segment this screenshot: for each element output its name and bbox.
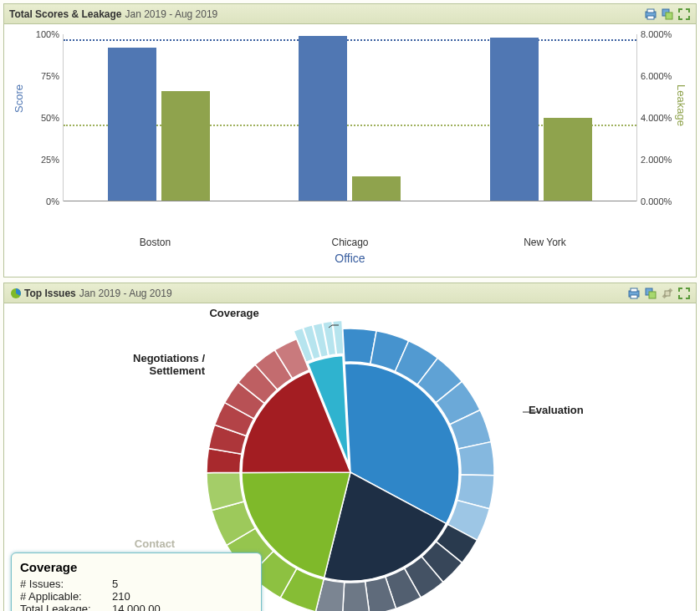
leakage-bar[interactable] — [544, 118, 592, 201]
copy-icon[interactable] — [661, 8, 674, 21]
sunburst-slice[interactable] — [342, 581, 369, 611]
y-right-tick: 8.000% — [641, 29, 672, 39]
bar-group — [254, 34, 445, 201]
y-right-tick: 6.000% — [641, 71, 672, 81]
score-bar[interactable] — [490, 38, 539, 201]
svg-rect-2 — [647, 16, 654, 19]
scores-leakage-panel: Total Scores & Leakage Jan 2019 - Aug 20… — [3, 3, 697, 277]
print-icon[interactable] — [627, 287, 641, 300]
y-left-tick: 100% — [36, 29, 59, 39]
svg-rect-8 — [631, 295, 637, 298]
svg-rect-4 — [666, 13, 672, 19]
y-right-tick: 2.000% — [641, 155, 672, 165]
tooltip-val: 210 — [112, 590, 253, 603]
panel-title: Top Issues — [24, 288, 76, 299]
sunburst-chart: Coverage Negotiations / Settlement Evalu… — [4, 303, 696, 611]
y-left-tick: 0% — [46, 196, 59, 206]
bar-group — [446, 34, 636, 201]
expand-icon[interactable] — [677, 287, 691, 300]
panel-subtitle: Jan 2019 - Aug 2019 — [79, 288, 172, 299]
y-left-tick: 50% — [41, 113, 59, 123]
tooltip-val: 5 — [112, 578, 253, 590]
svg-rect-1 — [647, 9, 654, 13]
top-issues-panel: Top Issues Jan 2019 - Aug 2019 Coverage … — [3, 283, 697, 611]
x-category-label: Chicago — [253, 232, 447, 248]
panel-header: Total Scores & Leakage Jan 2019 - Aug 20… — [4, 4, 696, 24]
svg-rect-7 — [631, 288, 637, 292]
panel-subtitle: Jan 2019 - Aug 2019 — [125, 8, 218, 20]
leakage-bar[interactable] — [161, 91, 210, 202]
slice-label-coverage: Coverage — [197, 307, 272, 319]
y-left-tick: 25% — [41, 155, 59, 165]
expand-icon[interactable] — [677, 8, 691, 21]
settings-icon[interactable] — [661, 287, 674, 300]
bar-group — [64, 34, 254, 201]
x-category-label: New York — [447, 232, 642, 248]
tooltip-key: Total Leakage: — [20, 603, 112, 611]
panel-title: Total Scores & Leakage — [9, 8, 122, 20]
x-category-label: Boston — [58, 232, 253, 248]
chart-pie-icon — [9, 287, 24, 300]
slice-label-contact: Contact — [121, 537, 188, 550]
bar-chart-body: Score 0%25%50%75%100% Leakage 0.000%2.00… — [4, 24, 696, 277]
panel-header: Top Issues Jan 2019 - Aug 2019 — [4, 283, 696, 303]
tooltip-title: Coverage — [20, 560, 253, 574]
x-axis-title: Office — [11, 248, 689, 270]
y-right-tick: 0.000% — [641, 196, 672, 206]
y-left-tick: 75% — [41, 71, 59, 81]
score-bar[interactable] — [108, 48, 156, 201]
tooltip-key: # Issues: — [20, 578, 112, 590]
slice-label-negotiations: Negotiations / Settlement — [105, 352, 205, 377]
slice-tooltip: Coverage # Issues:5 # Applicable:210 Tot… — [11, 552, 262, 611]
score-bar[interactable] — [299, 36, 347, 201]
tooltip-val: 14,000.00 — [112, 603, 253, 611]
slice-label-evaluation: Evaluation — [529, 404, 612, 416]
svg-rect-10 — [649, 292, 656, 298]
copy-icon[interactable] — [644, 287, 657, 300]
y-right-tick: 4.000% — [641, 113, 672, 123]
tooltip-key: # Applicable: — [20, 590, 112, 603]
leakage-bar[interactable] — [352, 176, 401, 201]
bar-chart: Score 0%25%50%75%100% Leakage 0.000%2.00… — [11, 31, 689, 232]
svg-rect-12 — [665, 291, 670, 296]
print-icon[interactable] — [644, 8, 657, 21]
